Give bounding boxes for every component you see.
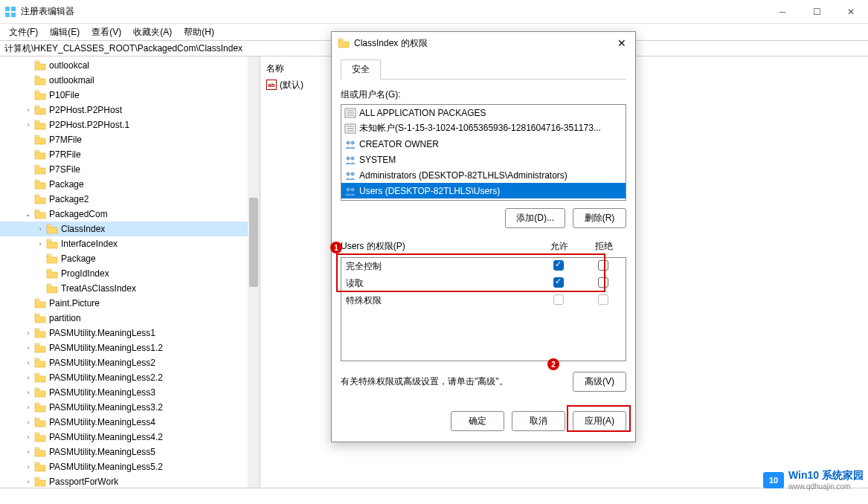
- tree-item[interactable]: ›P2PHost.P2PHost: [0, 103, 260, 117]
- dialog-titlebar[interactable]: ClassIndex 的权限 ✕: [332, 32, 635, 54]
- expander-icon[interactable]: ›: [24, 329, 33, 337]
- deny-checkbox[interactable]: [598, 260, 608, 271]
- tree-item-label: TreatAsClassIndex: [61, 283, 136, 294]
- scrollbar[interactable]: [248, 56, 260, 488]
- expander-icon[interactable]: ›: [36, 225, 45, 233]
- annotation-badge-2: 2: [547, 358, 559, 370]
- tree-item[interactable]: partition: [0, 311, 260, 326]
- permission-row: 完全控制: [341, 258, 626, 275]
- expander-icon[interactable]: ⌄: [24, 210, 33, 218]
- expander-icon[interactable]: ›: [24, 374, 33, 381]
- tree-item[interactable]: ⌄PackagedCom: [0, 207, 260, 222]
- tree-item-label: PASMUtility.MeaningLess3.2: [49, 402, 163, 413]
- tree-item[interactable]: Package2: [0, 192, 260, 207]
- allow-checkbox[interactable]: [553, 277, 564, 288]
- group-row[interactable]: CREATOR OWNER: [341, 136, 626, 152]
- tree-item[interactable]: Paint.Picture: [0, 296, 260, 311]
- deny-checkbox[interactable]: [598, 277, 608, 288]
- tree-item[interactable]: ›PASMUtility.MeaningLess5.2: [0, 459, 260, 474]
- menu-file[interactable]: 文件(F): [3, 25, 44, 40]
- expander-icon[interactable]: ›: [24, 121, 33, 129]
- svg-point-15: [351, 156, 355, 160]
- tree-item-label: PASMUtility.MeaningLess5: [49, 447, 155, 457]
- dialog-close-button[interactable]: ✕: [608, 32, 635, 54]
- deny-checkbox[interactable]: [598, 294, 608, 305]
- folder-icon: [34, 313, 46, 323]
- expander-icon[interactable]: ›: [24, 404, 33, 411]
- regedit-icon: [4, 6, 16, 18]
- tree-item[interactable]: ›PASMUtility.MeaningLess3.2: [0, 400, 260, 415]
- folder-icon: [34, 328, 46, 338]
- tree-item[interactable]: ›PASMUtility.MeaningLess4.2: [0, 430, 260, 445]
- permission-name: 读取: [346, 277, 536, 290]
- apply-button[interactable]: 应用(A): [573, 411, 626, 431]
- group-row[interactable]: SYSTEM: [341, 152, 626, 167]
- tree-item[interactable]: ›PASMUtility.MeaningLess5: [0, 445, 260, 459]
- tree-item[interactable]: P10File: [0, 88, 260, 103]
- tree-item[interactable]: ›PassportForWork: [0, 474, 260, 488]
- expander-icon[interactable]: ›: [24, 344, 33, 352]
- expander-icon[interactable]: ›: [24, 433, 33, 441]
- expander-icon[interactable]: ›: [24, 448, 33, 456]
- cancel-button[interactable]: 取消: [512, 411, 565, 431]
- tree-item-label: PASMUtility.MeaningLess4: [49, 417, 155, 427]
- svg-rect-2: [5, 13, 10, 17]
- group-name: SYSTEM: [359, 155, 396, 165]
- add-button[interactable]: 添加(D)...: [505, 208, 565, 228]
- tree-item[interactable]: P7RFile: [0, 147, 260, 162]
- group-row[interactable]: Users (DESKTOP-82TLHLS\Users): [341, 183, 626, 198]
- tree-item[interactable]: outlookcal: [0, 58, 260, 73]
- group-row[interactable]: 未知帐户(S-1-15-3-1024-1065365936-1281604716…: [341, 120, 626, 136]
- tree-item-label: outlookcal: [49, 60, 89, 71]
- group-icon: [344, 139, 356, 149]
- tree-item[interactable]: ›P2PHost.P2PHost.1: [0, 117, 260, 132]
- folder-icon: [34, 194, 46, 204]
- expander-icon[interactable]: ›: [24, 389, 33, 396]
- tree-item[interactable]: ›PASMUtility.MeaningLess2.2: [0, 370, 260, 385]
- group-listbox[interactable]: ALL APPLICATION PACKAGES未知帐户(S-1-15-3-10…: [341, 104, 626, 201]
- tree-item[interactable]: ›PASMUtility.MeaningLess1: [0, 326, 260, 340]
- scrollbar-thumb[interactable]: [249, 198, 258, 287]
- minimize-button[interactable]: ─: [765, 0, 800, 24]
- tree-item-label: P7SFile: [49, 164, 80, 175]
- tab-security[interactable]: 安全: [341, 59, 381, 80]
- remove-button[interactable]: 删除(R): [573, 208, 626, 228]
- status-bar: [0, 488, 868, 504]
- allow-checkbox[interactable]: [553, 260, 564, 271]
- registry-tree[interactable]: outlookcaloutlookmailP10File›P2PHost.P2P…: [0, 56, 260, 488]
- menu-favorites[interactable]: 收藏夹(A): [127, 25, 178, 40]
- tree-item[interactable]: outlookmail: [0, 73, 260, 88]
- tree-item[interactable]: ProgIdIndex: [0, 266, 260, 281]
- tree-item[interactable]: ›PASMUtility.MeaningLess1.2: [0, 340, 260, 355]
- advanced-button[interactable]: 高级(V): [573, 372, 626, 392]
- tree-item[interactable]: ›PASMUtility.MeaningLess2: [0, 355, 260, 370]
- expander-icon[interactable]: ›: [24, 359, 33, 366]
- tree-item[interactable]: ›InterfaceIndex: [0, 236, 260, 251]
- tree-item-label: PackagedCom: [49, 209, 108, 219]
- tree-item[interactable]: TreatAsClassIndex: [0, 281, 260, 296]
- tree-item[interactable]: ›PASMUtility.MeaningLess3: [0, 385, 260, 400]
- menu-help[interactable]: 帮助(H): [178, 25, 220, 40]
- menu-edit[interactable]: 编辑(E): [44, 25, 86, 40]
- tree-item[interactable]: P7SFile: [0, 162, 260, 177]
- tree-item[interactable]: P7MFile: [0, 132, 260, 147]
- expander-icon[interactable]: ›: [24, 478, 33, 485]
- group-row[interactable]: Administrators (DESKTOP-82TLHLS\Administ…: [341, 167, 626, 183]
- ok-button[interactable]: 确定: [451, 411, 504, 431]
- menu-view[interactable]: 查看(V): [86, 25, 127, 40]
- close-button[interactable]: ✕: [834, 0, 868, 24]
- group-row[interactable]: ALL APPLICATION PACKAGES: [341, 105, 626, 120]
- expander-icon[interactable]: ›: [24, 419, 33, 426]
- tree-item[interactable]: Package: [0, 177, 260, 192]
- allow-checkbox[interactable]: [553, 294, 564, 305]
- expander-icon[interactable]: ›: [36, 240, 45, 248]
- maximize-button[interactable]: ☐: [800, 0, 834, 24]
- expander-icon[interactable]: ›: [24, 463, 33, 471]
- svg-point-12: [347, 140, 350, 144]
- tree-item[interactable]: ›ClassIndex: [0, 222, 260, 236]
- folder-icon: [34, 447, 46, 457]
- tree-item[interactable]: Package: [0, 251, 260, 266]
- permission-row: 特殊权限: [341, 292, 626, 309]
- expander-icon[interactable]: ›: [24, 106, 33, 114]
- tree-item[interactable]: ›PASMUtility.MeaningLess4: [0, 415, 260, 430]
